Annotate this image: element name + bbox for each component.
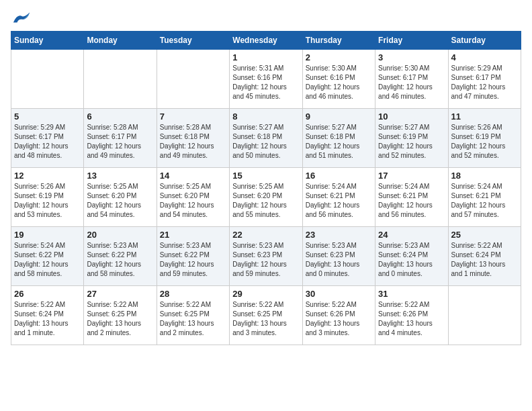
calendar-week-row: 12Sunrise: 5:26 AM Sunset: 6:19 PM Dayli…: [11, 168, 521, 227]
calendar-cell: 27Sunrise: 5:22 AM Sunset: 6:25 PM Dayli…: [84, 286, 157, 345]
header-sunday: Sunday: [11, 32, 84, 50]
calendar-week-row: 5Sunrise: 5:29 AM Sunset: 6:17 PM Daylig…: [11, 109, 521, 168]
day-number: 4: [451, 52, 518, 62]
day-number: 20: [87, 230, 153, 240]
calendar-header-row: SundayMondayTuesdayWednesdayThursdayFrid…: [11, 32, 521, 50]
calendar-cell: 13Sunrise: 5:25 AM Sunset: 6:20 PM Dayli…: [84, 168, 157, 227]
day-number: 26: [14, 289, 81, 299]
day-info: Sunrise: 5:27 AM Sunset: 6:19 PM Dayligh…: [378, 123, 445, 161]
day-info: Sunrise: 5:25 AM Sunset: 6:20 PM Dayligh…: [232, 182, 299, 220]
day-info: Sunrise: 5:23 AM Sunset: 6:24 PM Dayligh…: [378, 241, 445, 279]
day-number: 31: [378, 289, 445, 299]
day-info: Sunrise: 5:25 AM Sunset: 6:20 PM Dayligh…: [87, 182, 153, 220]
day-info: Sunrise: 5:26 AM Sunset: 6:19 PM Dayligh…: [14, 182, 81, 220]
day-info: Sunrise: 5:24 AM Sunset: 6:21 PM Dayligh…: [378, 182, 445, 220]
day-info: Sunrise: 5:24 AM Sunset: 6:21 PM Dayligh…: [306, 182, 372, 220]
day-info: Sunrise: 5:25 AM Sunset: 6:20 PM Dayligh…: [160, 182, 226, 220]
day-info: Sunrise: 5:30 AM Sunset: 6:16 PM Dayligh…: [306, 64, 372, 101]
calendar-week-row: 26Sunrise: 5:22 AM Sunset: 6:24 PM Dayli…: [11, 286, 521, 345]
calendar-cell: [448, 286, 521, 345]
day-number: 19: [14, 230, 81, 240]
calendar-cell: 17Sunrise: 5:24 AM Sunset: 6:21 PM Dayli…: [375, 168, 448, 227]
calendar-cell: 29Sunrise: 5:22 AM Sunset: 6:25 PM Dayli…: [230, 286, 302, 345]
day-number: 5: [14, 111, 81, 122]
day-number: 25: [451, 230, 518, 240]
calendar-cell: 12Sunrise: 5:26 AM Sunset: 6:19 PM Dayli…: [11, 168, 84, 227]
day-number: 15: [232, 171, 299, 181]
logo-bird-icon: [12, 11, 31, 26]
calendar-cell: 18Sunrise: 5:24 AM Sunset: 6:21 PM Dayli…: [448, 168, 521, 227]
day-number: 12: [14, 171, 81, 181]
calendar-cell: 10Sunrise: 5:27 AM Sunset: 6:19 PM Dayli…: [375, 109, 448, 168]
day-info: Sunrise: 5:22 AM Sunset: 6:25 PM Dayligh…: [232, 300, 299, 338]
day-number: 21: [160, 230, 226, 240]
calendar-cell: 11Sunrise: 5:26 AM Sunset: 6:19 PM Dayli…: [448, 109, 521, 168]
page-header: [11, 11, 521, 23]
calendar-cell: 30Sunrise: 5:22 AM Sunset: 6:26 PM Dayli…: [302, 286, 375, 345]
calendar-cell: [157, 50, 229, 109]
day-info: Sunrise: 5:24 AM Sunset: 6:21 PM Dayligh…: [451, 182, 518, 220]
day-number: 16: [306, 171, 372, 181]
header-monday: Monday: [84, 32, 157, 50]
day-info: Sunrise: 5:29 AM Sunset: 6:17 PM Dayligh…: [451, 64, 518, 101]
calendar-cell: 2Sunrise: 5:30 AM Sunset: 6:16 PM Daylig…: [302, 50, 375, 109]
day-info: Sunrise: 5:29 AM Sunset: 6:17 PM Dayligh…: [14, 123, 81, 161]
calendar-cell: 16Sunrise: 5:24 AM Sunset: 6:21 PM Dayli…: [302, 168, 375, 227]
day-number: 11: [451, 111, 518, 122]
day-number: 18: [451, 171, 518, 181]
day-info: Sunrise: 5:28 AM Sunset: 6:17 PM Dayligh…: [87, 123, 153, 161]
header-wednesday: Wednesday: [230, 32, 302, 50]
day-info: Sunrise: 5:27 AM Sunset: 6:18 PM Dayligh…: [306, 123, 372, 161]
calendar-cell: 20Sunrise: 5:23 AM Sunset: 6:22 PM Dayli…: [84, 227, 157, 286]
day-info: Sunrise: 5:22 AM Sunset: 6:26 PM Dayligh…: [306, 300, 372, 338]
day-number: 6: [87, 111, 153, 122]
day-info: Sunrise: 5:22 AM Sunset: 6:24 PM Dayligh…: [14, 300, 81, 338]
day-info: Sunrise: 5:26 AM Sunset: 6:19 PM Dayligh…: [451, 123, 518, 161]
day-info: Sunrise: 5:22 AM Sunset: 6:26 PM Dayligh…: [378, 300, 445, 338]
calendar-cell: 1Sunrise: 5:31 AM Sunset: 6:16 PM Daylig…: [230, 50, 302, 109]
calendar-cell: 24Sunrise: 5:23 AM Sunset: 6:24 PM Dayli…: [375, 227, 448, 286]
calendar-cell: 14Sunrise: 5:25 AM Sunset: 6:20 PM Dayli…: [157, 168, 229, 227]
day-number: 1: [232, 52, 299, 62]
calendar-cell: 6Sunrise: 5:28 AM Sunset: 6:17 PM Daylig…: [84, 109, 157, 168]
calendar-cell: 19Sunrise: 5:24 AM Sunset: 6:22 PM Dayli…: [11, 227, 84, 286]
calendar-cell: 31Sunrise: 5:22 AM Sunset: 6:26 PM Dayli…: [375, 286, 448, 345]
calendar-cell: 15Sunrise: 5:25 AM Sunset: 6:20 PM Dayli…: [230, 168, 302, 227]
day-number: 23: [306, 230, 372, 240]
calendar-cell: 8Sunrise: 5:27 AM Sunset: 6:18 PM Daylig…: [230, 109, 302, 168]
calendar-cell: 25Sunrise: 5:22 AM Sunset: 6:24 PM Dayli…: [448, 227, 521, 286]
day-info: Sunrise: 5:31 AM Sunset: 6:16 PM Dayligh…: [232, 64, 299, 101]
header-tuesday: Tuesday: [157, 32, 229, 50]
calendar-week-row: 19Sunrise: 5:24 AM Sunset: 6:22 PM Dayli…: [11, 227, 521, 286]
day-info: Sunrise: 5:22 AM Sunset: 6:25 PM Dayligh…: [160, 300, 226, 338]
logo: [11, 11, 31, 23]
calendar-cell: 21Sunrise: 5:23 AM Sunset: 6:22 PM Dayli…: [157, 227, 229, 286]
day-number: 29: [232, 289, 299, 299]
calendar-cell: 22Sunrise: 5:23 AM Sunset: 6:23 PM Dayli…: [230, 227, 302, 286]
day-number: 13: [87, 171, 153, 181]
day-number: 27: [87, 289, 153, 299]
day-number: 30: [306, 289, 372, 299]
calendar-cell: 28Sunrise: 5:22 AM Sunset: 6:25 PM Dayli…: [157, 286, 229, 345]
day-info: Sunrise: 5:28 AM Sunset: 6:18 PM Dayligh…: [160, 123, 226, 161]
day-number: 8: [232, 111, 299, 122]
day-number: 24: [378, 230, 445, 240]
calendar-cell: [84, 50, 157, 109]
calendar-week-row: 1Sunrise: 5:31 AM Sunset: 6:16 PM Daylig…: [11, 50, 521, 109]
calendar-cell: 23Sunrise: 5:23 AM Sunset: 6:23 PM Dayli…: [302, 227, 375, 286]
header-thursday: Thursday: [302, 32, 375, 50]
day-number: 22: [232, 230, 299, 240]
calendar-table: SundayMondayTuesdayWednesdayThursdayFrid…: [11, 31, 521, 345]
calendar-cell: 5Sunrise: 5:29 AM Sunset: 6:17 PM Daylig…: [11, 109, 84, 168]
day-info: Sunrise: 5:23 AM Sunset: 6:23 PM Dayligh…: [306, 241, 372, 279]
day-number: 17: [378, 171, 445, 181]
calendar-cell: 3Sunrise: 5:30 AM Sunset: 6:17 PM Daylig…: [375, 50, 448, 109]
day-number: 14: [160, 171, 226, 181]
day-number: 28: [160, 289, 226, 299]
day-info: Sunrise: 5:22 AM Sunset: 6:24 PM Dayligh…: [451, 241, 518, 279]
calendar-cell: 4Sunrise: 5:29 AM Sunset: 6:17 PM Daylig…: [448, 50, 521, 109]
calendar-cell: 9Sunrise: 5:27 AM Sunset: 6:18 PM Daylig…: [302, 109, 375, 168]
day-number: 3: [378, 52, 445, 62]
calendar-cell: [11, 50, 84, 109]
day-info: Sunrise: 5:22 AM Sunset: 6:25 PM Dayligh…: [87, 300, 153, 338]
